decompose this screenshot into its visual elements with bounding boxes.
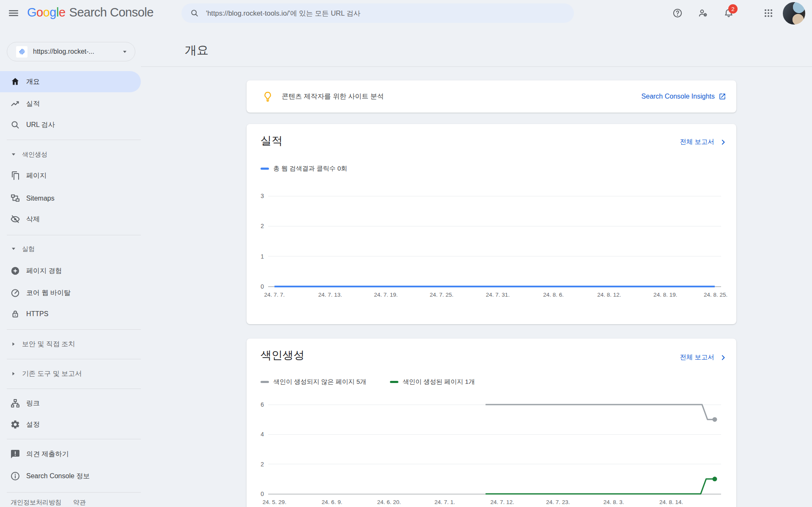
- sidebar-item-performance[interactable]: 실적: [0, 93, 141, 114]
- external-link-icon: [719, 93, 726, 100]
- sidebar-item-label: 설정: [26, 420, 40, 429]
- x-axis-tick-label: 24. 7. 23.: [546, 499, 570, 505]
- hamburger-menu-icon[interactable]: [8, 8, 19, 18]
- sidebar-section-experience[interactable]: 실험: [0, 240, 141, 257]
- sidebar-item-label: 개요: [26, 77, 40, 86]
- y-axis-tick-label: 3: [252, 192, 264, 200]
- links-icon: [10, 398, 20, 408]
- indexing-legend: 색인이 생성되지 않은 페이지 5개 색인이 생성된 페이지 1개: [261, 378, 475, 386]
- sidebar-item-pages[interactable]: 페이지: [0, 165, 141, 186]
- sidebar-item-label: 링크: [26, 399, 40, 408]
- sidebar-item-label: HTTPS: [26, 310, 48, 318]
- sidebar-item-page-experience[interactable]: 페이지 경험: [0, 260, 141, 281]
- y-axis-tick-label: 2: [252, 460, 264, 468]
- section-label: 색인생성: [22, 151, 47, 159]
- search-icon: [10, 120, 20, 130]
- legend-label: 색인이 생성되지 않은 페이지 5개: [273, 378, 366, 386]
- link-label: 전체 보고서: [680, 138, 714, 146]
- sidebar-item-core-web-vitals[interactable]: 코어 웹 바이탈: [0, 282, 141, 303]
- gear-icon: [10, 419, 20, 430]
- notification-count-badge: 2: [728, 4, 738, 14]
- page-title: 개요: [185, 42, 208, 58]
- chevron-down-icon: [122, 49, 127, 54]
- divider: [7, 235, 141, 235]
- divider: [7, 439, 141, 439]
- sidebar-item-removals[interactable]: 삭제: [0, 209, 141, 230]
- divider: [7, 492, 141, 493]
- property-url-label: https://blog.rocket-...: [33, 48, 122, 55]
- x-axis-tick-label: 24. 6. 9.: [322, 499, 343, 505]
- divider: [141, 66, 812, 67]
- x-axis-tick-label: 24. 7. 1.: [434, 499, 455, 505]
- sidebar-item-label: 코어 웹 바이탈: [26, 289, 71, 298]
- divider: [7, 359, 141, 359]
- chevron-right-icon: [719, 138, 727, 146]
- property-selector[interactable]: https://blog.rocket-...: [7, 42, 135, 61]
- help-icon[interactable]: [672, 8, 683, 18]
- sidebar-section-security[interactable]: 보안 및 직접 조치: [0, 336, 141, 353]
- sidebar-item-about[interactable]: Search Console 정보: [0, 466, 141, 487]
- x-axis-tick-label: 24. 7. 7.: [264, 292, 285, 298]
- user-settings-icon[interactable]: [698, 8, 708, 18]
- lightbulb-icon: [262, 91, 273, 102]
- x-axis-tick-label: 24. 8. 12.: [597, 292, 621, 298]
- performance-chart: 012324. 7. 7.24. 7. 13.24. 7. 19.24. 7. …: [268, 196, 721, 287]
- sidebar-item-label: 페이지: [26, 171, 47, 180]
- sidebar-navigation: https://blog.rocket-... 개요 실적 URL 검사 색인생…: [0, 26, 141, 507]
- x-axis-tick-label: 24. 7. 19.: [374, 292, 398, 298]
- sidebar-section-legacy-tools[interactable]: 기존 도구 및 보고서: [0, 365, 141, 382]
- url-inspection-search-bar[interactable]: [181, 3, 574, 23]
- sidebar-item-sitemaps[interactable]: Sitemaps: [0, 188, 141, 209]
- search-console-overview-page: { "header": { "logo_google": [ {"ch":"G"…: [0, 0, 812, 507]
- feedback-icon: [10, 449, 20, 459]
- logo-letter: e: [59, 6, 66, 19]
- x-axis-tick-label: 24. 7. 12.: [491, 499, 514, 505]
- sidebar-section-indexing[interactable]: 색인생성: [0, 146, 141, 163]
- page-experience-icon: [10, 266, 20, 276]
- sidebar-item-feedback[interactable]: 의견 제출하기: [0, 444, 141, 465]
- sidebar-item-label: 삭제: [26, 215, 40, 224]
- sidebar-item-https[interactable]: HTTPS: [0, 303, 141, 325]
- speedometer-icon: [10, 288, 20, 298]
- sidebar-footer: 개인정보처리방침 약관: [0, 499, 141, 507]
- sidebar-item-links[interactable]: 링크: [0, 393, 141, 414]
- x-axis-tick-label: 24. 5. 29.: [263, 499, 286, 505]
- x-axis-tick-label: 24. 8. 6.: [543, 292, 564, 298]
- chart-series: [268, 405, 721, 494]
- insights-banner-text: 콘텐츠 제작자를 위한 사이트 분석: [282, 92, 642, 101]
- sidebar-item-settings[interactable]: 설정: [0, 414, 141, 435]
- google-logo: Google: [27, 6, 66, 19]
- logo-letter: o: [43, 6, 50, 19]
- indexing-card: 색인생성 전체 보고서 색인이 생성되지 않은 페이지 5개 색인이 생성된 페…: [247, 339, 736, 507]
- sidebar-item-url-inspection[interactable]: URL 검사: [0, 114, 141, 135]
- legend-dash-clicks: [261, 168, 269, 170]
- info-icon: [10, 471, 20, 481]
- search-console-insights-link[interactable]: Search Console Insights: [642, 93, 726, 100]
- logo-letter: G: [27, 6, 36, 19]
- triangle-right-icon: [11, 371, 16, 376]
- privacy-policy-link[interactable]: 개인정보처리방침: [11, 499, 61, 507]
- search-input[interactable]: [206, 9, 565, 17]
- legend-label: 총 웹 검색결과 클릭수 0회: [273, 165, 347, 173]
- y-axis-tick-label: 0: [252, 282, 264, 291]
- section-label: 실험: [22, 245, 35, 253]
- legend-entry: 총 웹 검색결과 클릭수 0회: [261, 165, 347, 173]
- x-axis-tick-label: 24. 7. 13.: [318, 292, 342, 298]
- account-avatar[interactable]: [783, 2, 805, 25]
- eye-off-icon: [10, 214, 20, 224]
- indexing-full-report-link[interactable]: 전체 보고서: [680, 353, 727, 362]
- performance-full-report-link[interactable]: 전체 보고서: [680, 138, 727, 146]
- terms-link[interactable]: 약관: [73, 499, 86, 507]
- logo-letter: o: [36, 6, 43, 19]
- sidebar-item-label: URL 검사: [26, 121, 55, 130]
- divider: [7, 329, 141, 330]
- indexing-chart: 024624. 5. 29.24. 6. 9.24. 6. 20.24. 7. …: [268, 405, 721, 494]
- sidebar-item-label: 실적: [26, 99, 40, 108]
- pages-icon: [10, 171, 20, 181]
- link-label: 전체 보고서: [680, 353, 714, 362]
- sidebar-item-overview[interactable]: 개요: [0, 71, 141, 92]
- google-apps-grid-icon[interactable]: [763, 8, 774, 18]
- app-title: Search Console: [69, 6, 154, 19]
- sidebar-item-label: 의견 제출하기: [26, 450, 69, 459]
- y-axis-tick-label: 4: [252, 430, 264, 438]
